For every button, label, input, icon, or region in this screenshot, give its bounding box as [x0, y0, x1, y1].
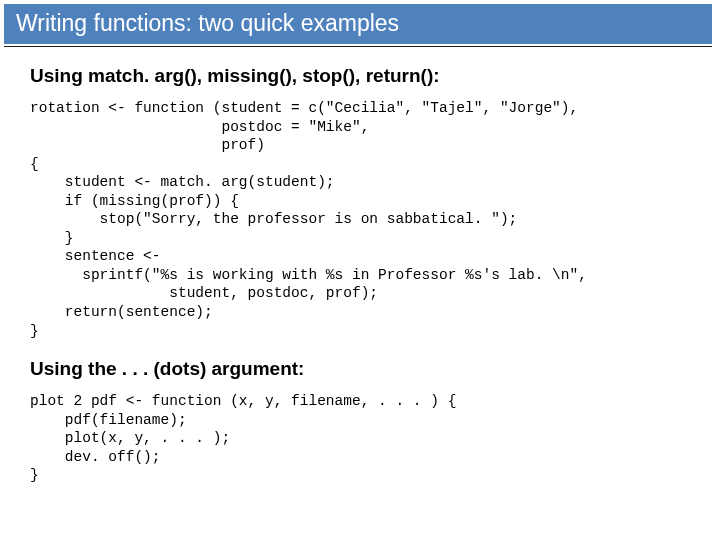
slide-content: Using match. arg(), missing(), stop(), r…	[0, 47, 720, 485]
slide-title-bar: Writing functions: two quick examples	[4, 4, 712, 44]
slide: Writing functions: two quick examples Us…	[0, 4, 720, 540]
section1-code: rotation <- function (student = c("Cecil…	[30, 99, 694, 340]
section1-heading: Using match. arg(), missing(), stop(), r…	[30, 65, 694, 87]
slide-title: Writing functions: two quick examples	[16, 10, 399, 36]
section2-code: plot 2 pdf <- function (x, y, filename, …	[30, 392, 694, 485]
section2-heading: Using the . . . (dots) argument:	[30, 358, 694, 380]
